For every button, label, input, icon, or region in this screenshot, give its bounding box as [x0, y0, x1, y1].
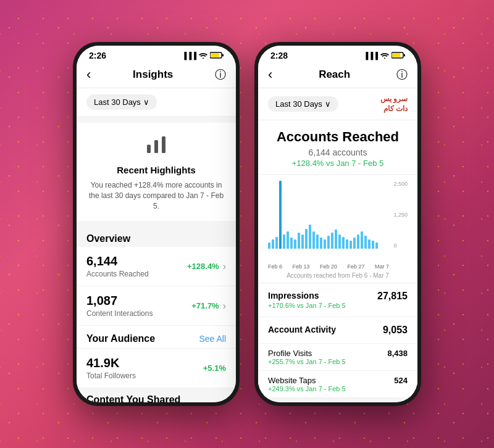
status-icons-2: ▐▐▐	[364, 52, 405, 60]
website-taps-value: 524	[394, 376, 408, 392]
phone-insights: 2:26 ▐▐▐ ‹ Insights ⓘ	[73, 42, 240, 406]
x-label-mar7: Mar 7	[375, 263, 389, 270]
nav-bar-1: ‹ Insights ⓘ	[77, 63, 236, 88]
chart-bar-22	[350, 241, 352, 249]
stat-row-accounts[interactable]: 6,144 Accounts Reached +128.4% ›	[77, 247, 236, 286]
accounts-label: Accounts Reached	[86, 270, 187, 278]
chart-bar-21	[346, 239, 348, 249]
x-label-feb13: Feb 13	[292, 263, 309, 270]
svg-rect-5	[154, 140, 158, 153]
impressions-value: 27,815	[377, 291, 408, 302]
status-bar-2: 2:28 ▐▐▐	[258, 46, 417, 63]
filter-row-1: Last 30 Days ∨	[77, 88, 236, 117]
website-taps-change: +249.3% vs Jan 7 - Feb 5	[268, 385, 346, 392]
watermark-line1: سرو یس	[380, 94, 408, 103]
interactions-change: +71.7%	[191, 301, 219, 310]
profile-visits-change: +255.7% vs Jan 7 - Feb 5	[268, 358, 346, 365]
chart-bar-18	[335, 230, 337, 249]
svg-rect-9	[404, 54, 405, 56]
filter-pill-2[interactable]: Last 30 Days ∨	[268, 96, 338, 112]
wifi-icon-1	[199, 52, 207, 60]
chart-area: 2,500 1,250 0	[268, 181, 408, 261]
activity-value: 9,053	[383, 325, 408, 336]
insights-scroll[interactable]: Last 30 Days ∨ Recent Highlights You rea…	[77, 88, 236, 402]
chart-bar-1	[272, 239, 274, 249]
x-label-feb6: Feb 6	[268, 263, 282, 270]
website-taps-left: Website Taps +249.3% vs Jan 7 - Feb 5	[268, 376, 346, 392]
overview-label: Overview	[77, 227, 236, 247]
reach-chart-section: 2,500 1,250 0 Feb 6 Feb 13 Feb 20 Feb 27	[258, 175, 417, 283]
back-button-2[interactable]: ‹	[268, 67, 272, 83]
impressions-left: Impressions +170.6% vs Jan 7 - Feb 5	[268, 291, 346, 309]
chart-bar-27	[368, 239, 371, 249]
impressions-change: +170.6% vs Jan 7 - Feb 5	[268, 302, 346, 309]
stat-left-accounts: 6,144 Accounts Reached	[86, 254, 187, 278]
profile-visits-left: Profile Visits +255.7% vs Jan 7 - Feb 5	[268, 349, 346, 365]
status-icons-1: ▐▐▐	[182, 52, 224, 60]
profile-visits-value: 8,438	[387, 349, 408, 365]
content-label: Content You Shared	[77, 388, 236, 402]
x-label-feb27: Feb 27	[347, 263, 364, 270]
chart-bar-10	[305, 229, 308, 249]
chart-bar-14	[320, 238, 322, 249]
chart-bars	[268, 181, 396, 249]
chart-bar-17	[331, 233, 333, 249]
activity-title: Account Activity	[268, 325, 336, 334]
phone-reach: 2:28 ▐▐▐ ‹ Reach ⓘ	[254, 42, 421, 406]
profile-visits-label: Profile Visits	[268, 349, 346, 358]
battery-icon-2	[391, 52, 405, 60]
account-activity-row: Account Activity 9,053	[258, 317, 417, 344]
filter-chevron-1: ∨	[143, 97, 149, 107]
chart-bar-24	[357, 234, 359, 249]
filter-label-1: Last 30 Days	[94, 97, 141, 107]
status-bar-1: 2:26 ▐▐▐	[77, 46, 236, 63]
see-all-button[interactable]: See All	[199, 334, 226, 344]
time-2: 2:28	[270, 51, 288, 60]
svg-rect-3	[211, 53, 219, 57]
accounts-change: +128.4%	[187, 262, 219, 271]
chart-bar-3	[279, 181, 282, 249]
profile-visits-row: Profile Visits +255.7% vs Jan 7 - Feb 5 …	[258, 344, 417, 371]
interactions-chevron: ›	[223, 301, 226, 312]
svg-rect-4	[147, 145, 151, 154]
stat-row-followers: 41.9K Total Followers +5.1%	[77, 349, 236, 388]
impressions-title: Impressions	[268, 291, 346, 301]
phones-container: 2:26 ▐▐▐ ‹ Insights ⓘ	[73, 42, 421, 406]
followers-number: 41.9K	[86, 356, 203, 370]
insights-title: Insights	[133, 68, 173, 81]
chart-bar-28	[372, 241, 374, 249]
chart-bar-13	[316, 234, 319, 249]
y-label-mid: 1,250	[393, 212, 408, 218]
chart-bar-12	[312, 231, 315, 249]
signal-icon-1: ▐▐▐	[182, 52, 196, 59]
reach-accounts-count: 6,144 accounts	[268, 147, 408, 157]
interactions-number: 1,087	[86, 294, 191, 308]
reach-scroll[interactable]: Last 30 Days ∨ سرو یس دات کام Accounts R…	[258, 88, 417, 402]
stat-left-followers: 41.9K Total Followers	[86, 356, 203, 380]
back-button-1[interactable]: ‹	[86, 67, 91, 83]
filter-row-2: Last 30 Days ∨ سرو یس دات کام	[258, 88, 417, 120]
svg-rect-6	[162, 136, 165, 153]
filter-chevron-2: ∨	[325, 99, 331, 109]
chart-bar-2	[275, 237, 278, 249]
chart-bar-8	[298, 233, 300, 249]
filter-pill-1[interactable]: Last 30 Days ∨	[86, 94, 157, 110]
chart-caption: Accounts reached from Feb 6 - Mar 7	[268, 272, 408, 279]
time-1: 2:26	[89, 51, 106, 60]
reach-accounts-header: Accounts Reached 6,144 accounts +128.4% …	[258, 120, 417, 175]
highlights-icon	[86, 133, 226, 160]
accounts-chevron: ›	[223, 261, 226, 272]
chart-bar-0	[268, 243, 270, 249]
chart-y-labels: 2,500 1,250 0	[393, 181, 408, 249]
reach-title: Reach	[319, 68, 350, 81]
stat-right-accounts: +128.4% ›	[187, 261, 226, 272]
chart-bar-6	[290, 238, 293, 249]
stat-row-interactions[interactable]: 1,087 Content Interactions +71.7% ›	[77, 286, 236, 326]
info-icon-2[interactable]: ⓘ	[396, 67, 408, 82]
highlights-title: Recent Highlights	[86, 165, 226, 175]
stat-left-interactions: 1,087 Content Interactions	[86, 294, 191, 318]
info-icon-1[interactable]: ⓘ	[215, 67, 226, 82]
audience-header: Your Audience See All	[77, 326, 236, 349]
metrics-section: Impressions +170.6% vs Jan 7 - Feb 5 27,…	[258, 283, 417, 398]
svg-point-0	[203, 57, 204, 58]
